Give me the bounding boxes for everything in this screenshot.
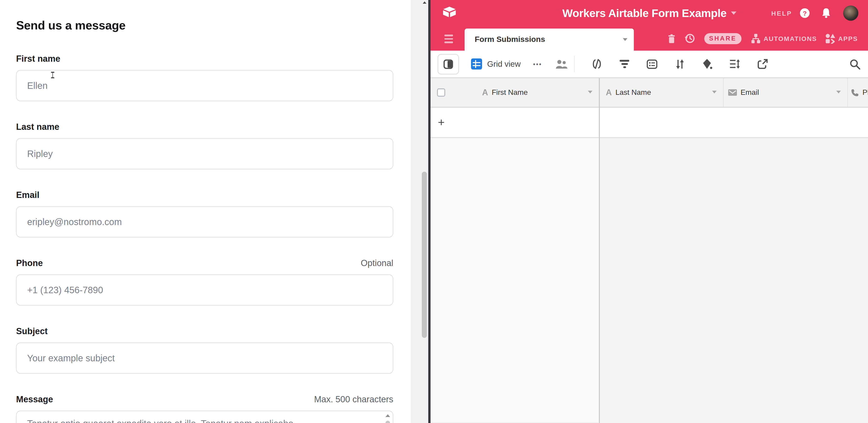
toolbar-divider	[574, 56, 575, 72]
contact-form-pane: Send us a message First name Last name E…	[0, 0, 411, 423]
scroll-up-arrow-icon[interactable]	[385, 414, 390, 417]
view-more-icon[interactable]: •••	[533, 61, 542, 67]
collaborators-icon[interactable]	[555, 59, 568, 69]
text-cursor-icon	[51, 72, 55, 78]
automations-label: AUTOMATIONS	[764, 35, 817, 42]
field-group-last-name: Last name	[16, 122, 393, 170]
add-row[interactable]: +	[431, 108, 868, 138]
view-toolbar: Grid view •••	[431, 51, 868, 78]
notifications-bell-icon[interactable]	[822, 8, 831, 19]
message-label: Message	[16, 394, 53, 405]
field-group-phone: Phone Optional	[16, 258, 393, 306]
message-scrollbar[interactable]	[384, 413, 391, 423]
message-textarea[interactable]: Tenetur optio quaerat expedita vero et i…	[16, 411, 393, 423]
apps-label: APPS	[838, 35, 858, 42]
window-scrollbar[interactable]	[411, 0, 428, 423]
column-name: Last Name	[616, 88, 651, 97]
column-dropdown-icon[interactable]	[588, 91, 592, 93]
form-heading: Send us a message	[16, 18, 393, 33]
email-input[interactable]	[16, 206, 393, 238]
message-text: Tenetur optio quaerat expedita vero et i…	[17, 411, 393, 423]
apps-button[interactable]: APPS	[825, 33, 858, 43]
column-name: Phone	[863, 88, 868, 97]
first-name-input[interactable]	[16, 70, 393, 101]
last-name-label: Last name	[16, 122, 59, 132]
base-title: Workers Airtable Form Example	[562, 7, 726, 20]
column-header-first-name[interactable]: A First Name	[431, 78, 599, 107]
base-title-menu[interactable]: Workers Airtable Form Example	[562, 7, 736, 20]
field-group-email: Email	[16, 190, 393, 238]
field-group-first-name: First name	[16, 53, 393, 101]
row-height-icon[interactable]	[730, 59, 740, 69]
airtable-pane: Workers Airtable Form Example HELP ? For…	[431, 0, 868, 423]
airtable-topbar: Workers Airtable Form Example HELP ?	[431, 0, 868, 26]
phone-label: Phone	[16, 258, 43, 269]
subject-input[interactable]	[16, 342, 393, 374]
message-scrollbar-thumb[interactable]	[385, 421, 390, 423]
trash-icon[interactable]	[668, 34, 675, 43]
grid-body-frozen-area	[431, 138, 599, 422]
email-label: Email	[16, 190, 39, 201]
field-group-subject: Subject	[16, 326, 393, 374]
grid-view-icon[interactable]	[471, 58, 482, 69]
column-header-phone[interactable]: Phone	[847, 78, 868, 107]
scrollbar-up-arrow-icon[interactable]	[423, 1, 426, 4]
view-sidebar-toggle-button[interactable]	[437, 54, 459, 74]
help-question-icon[interactable]: ?	[800, 8, 810, 18]
airtable-table-bar: Form Submissions	[431, 26, 868, 51]
airtable-logo-icon[interactable]	[442, 6, 456, 21]
table-tab-label: Form Submissions	[475, 35, 545, 44]
sort-icon[interactable]	[674, 59, 685, 69]
subject-label: Subject	[16, 326, 48, 337]
color-icon[interactable]	[702, 58, 713, 69]
field-group-message: Message Max. 500 characters Tenetur opti…	[16, 394, 393, 423]
automations-icon	[751, 33, 761, 43]
column-name: Email	[741, 88, 759, 97]
tab-chevron-down-icon[interactable]	[623, 38, 627, 41]
panel-icon	[443, 59, 453, 69]
grid-body	[431, 138, 868, 422]
search-icon[interactable]	[849, 59, 860, 69]
help-button[interactable]: HELP	[771, 9, 792, 17]
select-all-checkbox[interactable]	[437, 88, 445, 97]
text-field-type-icon: A	[606, 88, 612, 97]
column-dropdown-icon[interactable]	[836, 91, 841, 93]
user-avatar[interactable]	[843, 5, 858, 21]
group-icon[interactable]	[647, 59, 657, 69]
grid-header-row: A First Name A Last Name Email	[431, 78, 868, 108]
hamburger-menu-icon[interactable]	[444, 34, 453, 45]
history-icon[interactable]	[684, 33, 695, 44]
chevron-down-icon	[731, 11, 736, 15]
last-name-input[interactable]	[16, 138, 393, 170]
share-button[interactable]: SHARE	[704, 33, 742, 44]
email-field-type-icon	[728, 89, 737, 96]
column-dropdown-icon[interactable]	[712, 91, 717, 93]
frozen-column-divider[interactable]	[599, 78, 599, 423]
column-header-email[interactable]: Email	[723, 78, 847, 107]
view-name-label[interactable]: Grid view	[487, 59, 521, 69]
phone-input[interactable]	[16, 274, 393, 306]
message-maxchars-helper: Max. 500 characters	[314, 394, 393, 405]
window-divider	[428, 0, 431, 423]
automations-button[interactable]: AUTOMATIONS	[751, 33, 817, 43]
filter-icon[interactable]	[619, 60, 630, 68]
first-name-label: First name	[16, 53, 60, 64]
apps-icon	[825, 33, 835, 43]
column-header-last-name[interactable]: A Last Name	[599, 78, 723, 107]
text-field-type-icon: A	[482, 88, 488, 97]
column-name: First Name	[492, 88, 528, 97]
phone-field-type-icon	[851, 89, 859, 96]
phone-optional-helper: Optional	[361, 258, 393, 269]
screen: Send us a message First name Last name E…	[0, 0, 868, 423]
share-view-icon[interactable]	[757, 59, 768, 69]
tab-form-submissions[interactable]: Form Submissions	[465, 29, 634, 51]
window-scrollbar-thumb[interactable]	[422, 172, 427, 338]
add-row-plus-icon[interactable]: +	[438, 116, 444, 128]
hide-fields-icon[interactable]	[592, 59, 602, 69]
